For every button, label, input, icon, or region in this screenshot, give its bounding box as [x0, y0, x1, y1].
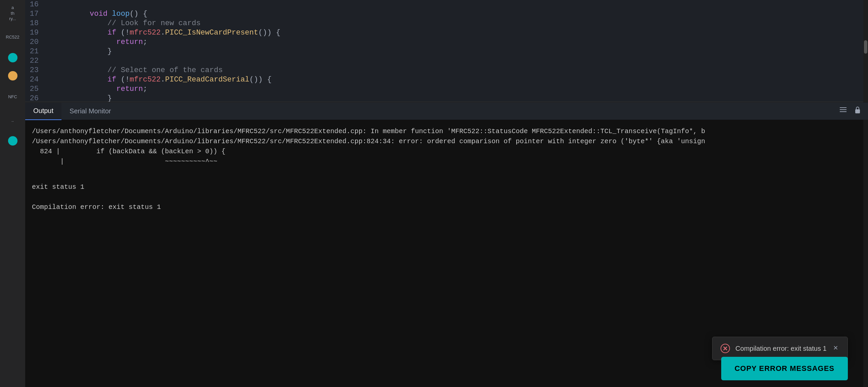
line-number-24: 24 — [25, 75, 45, 84]
copy-error-messages-button[interactable]: COPY ERROR MESSAGES — [721, 357, 848, 380]
sidebar-item-label-1: athry... — [9, 5, 16, 22]
output-scrollbar — [863, 120, 868, 387]
sidebar-dot-orange — [8, 71, 18, 80]
output-line-blank-2 — [32, 192, 861, 202]
main-content: 16 17 void loop() { 18 // Look for new c… — [25, 0, 868, 387]
line-number-23: 23 — [25, 66, 45, 75]
line-number-16: 16 — [25, 0, 45, 9]
line-number-17: 17 — [25, 9, 45, 19]
tab-serial-monitor-label: Serial Monitor — [69, 107, 111, 115]
sidebar-dot-teal — [8, 53, 18, 62]
code-line-20: 20 return; — [25, 38, 868, 47]
notification-close-button[interactable]: × — [832, 344, 839, 352]
sidebar-item-label-dots: .. — [11, 118, 14, 123]
line-number-21: 21 — [25, 47, 45, 56]
code-line-16: 16 — [25, 0, 868, 9]
line-content-26: } — [45, 84, 112, 102]
output-line-2: /Users/anthonyfletcher/Documents/Arduino… — [32, 137, 861, 146]
sidebar-item-dots[interactable]: .. — [3, 110, 23, 130]
tabs-bar: Output Serial Monitor — [25, 102, 868, 120]
tab-icons — [839, 106, 861, 116]
svg-rect-2 — [840, 111, 846, 112]
output-line-3: 824 | if (backData && (backLen > 0)) { — [32, 146, 861, 156]
sidebar-dot-teal-2 — [8, 136, 18, 145]
sidebar-item-label-nfc: NFC — [8, 94, 17, 99]
code-scrollbar — [863, 0, 868, 102]
code-line-21: 21 } — [25, 47, 868, 56]
lock-icon[interactable] — [854, 106, 861, 116]
svg-rect-3 — [855, 109, 860, 113]
svg-rect-0 — [840, 107, 846, 108]
output-line-1: /Users/anthonyfletcher/Documents/Arduino… — [32, 127, 861, 137]
error-circle-icon — [720, 344, 730, 353]
output-line-4: | ~~~~~~~~~~^~~ — [32, 156, 861, 167]
sidebar-item-data[interactable]: athry... — [3, 3, 23, 24]
output-line-exit: exit status 1 — [32, 182, 861, 192]
code-line-26: 26 } — [25, 94, 868, 102]
tab-output-label: Output — [33, 107, 54, 115]
code-lines: 16 17 void loop() { 18 // Look for new c… — [25, 0, 868, 102]
code-line-19: 19 if (!mfrc522.PICC_IsNewCardPresent())… — [25, 28, 868, 38]
sidebar-item-nfc[interactable]: NFC — [3, 86, 23, 107]
code-scrollbar-thumb — [864, 40, 867, 54]
code-line-25: 25 return; — [25, 84, 868, 94]
tab-output[interactable]: Output — [25, 103, 61, 120]
line-number-19: 19 — [25, 28, 45, 38]
output-line-blank-1 — [32, 167, 861, 177]
line-number-25: 25 — [25, 84, 45, 94]
sidebar: athry... RC522 NFC .. — [0, 0, 25, 387]
line-number-22: 22 — [25, 56, 45, 66]
line-number-18: 18 — [25, 19, 45, 28]
sidebar-item-rc522[interactable]: RC522 — [3, 27, 23, 47]
list-icon[interactable] — [839, 106, 847, 116]
svg-rect-1 — [840, 109, 846, 110]
code-editor: 16 17 void loop() { 18 // Look for new c… — [25, 0, 868, 102]
notification-text: Compilation error: exit status 1 — [735, 345, 826, 352]
sidebar-item-label-rc522: RC522 — [6, 35, 19, 40]
tab-serial-monitor[interactable]: Serial Monitor — [61, 103, 119, 120]
code-line-24: 24 if (!mfrc522.PICC_ReadCardSerial()) { — [25, 75, 868, 84]
output-line-compilation: Compilation error: exit status 1 — [32, 202, 861, 212]
line-number-20: 20 — [25, 38, 45, 47]
line-number-26: 26 — [25, 94, 45, 102]
